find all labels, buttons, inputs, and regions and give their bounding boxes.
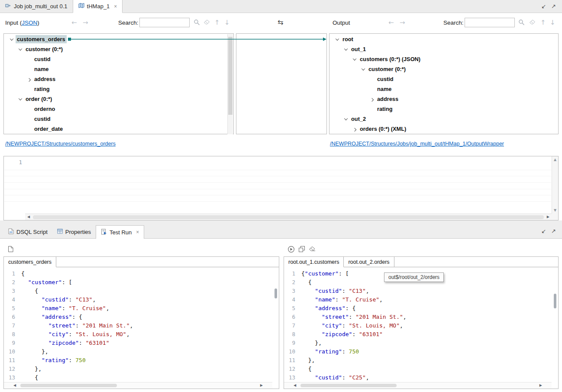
output-search-field[interactable]: [465, 18, 515, 27]
code-line-3: 3 {: [4, 287, 272, 295]
tree-item-order-0[interactable]: order (0:*): [4, 94, 227, 104]
scroll-left-icon[interactable]: ◀: [13, 383, 16, 387]
code-line-5: 5 "address": {: [284, 304, 552, 313]
forward-icon[interactable]: →: [83, 19, 88, 26]
tree-item-name[interactable]: name: [4, 64, 227, 74]
tree-item-orderno[interactable]: orderno: [4, 104, 227, 114]
tab-properties[interactable]: Properties: [52, 225, 96, 238]
minimize-view-icon[interactable]: ↙: [541, 228, 546, 234]
tree-item-rating[interactable]: rating: [4, 84, 227, 94]
input-tree-scrollbar[interactable]: [227, 34, 233, 134]
tree-item-custid[interactable]: custid: [4, 54, 227, 64]
chevron-down-icon[interactable]: [17, 46, 23, 52]
tree-item-rating[interactable]: rating: [330, 104, 552, 114]
input-format-link[interactable]: JSON: [22, 19, 37, 26]
previous-match-icon[interactable]: ↑: [214, 19, 220, 26]
scroll-right-icon[interactable]: ▶: [547, 215, 549, 219]
close-icon[interactable]: ×: [114, 3, 117, 10]
scrollbar-thumb[interactable]: [300, 384, 397, 387]
chevron-down-icon[interactable]: [352, 56, 358, 62]
scroll-left-icon[interactable]: ◀: [294, 383, 296, 387]
chevron-down-icon[interactable]: [360, 66, 366, 72]
chevron-down-icon[interactable]: [9, 36, 15, 42]
scroll-up-icon[interactable]: ▲: [552, 158, 558, 162]
close-icon[interactable]: ×: [136, 229, 139, 235]
code-text: "street": "201 Main St.",: [21, 321, 133, 330]
tree-item-customers-orders[interactable]: customers_orders: [4, 34, 227, 44]
tab-test-run[interactable]: Test Run ×: [96, 225, 144, 239]
tab-thmap[interactable]: tHMap_1 ×: [73, 0, 123, 13]
scroll-right-icon[interactable]: ▶: [539, 383, 542, 387]
tree-item-root[interactable]: root: [330, 34, 552, 44]
test-output-code[interactable]: 1{"customer": [2 {3 "custid": "C13",4 "n…: [284, 267, 552, 382]
tree-item-out-2[interactable]: out_2: [330, 114, 552, 124]
chevron-right-icon[interactable]: [369, 96, 375, 102]
tree-item-label: orderno: [33, 105, 56, 113]
chevron-right-icon[interactable]: [352, 126, 358, 132]
tree-item-customer-0[interactable]: customer (0:*): [4, 44, 227, 54]
new-document-icon[interactable]: [8, 246, 15, 253]
minimize-view-icon[interactable]: ↙: [541, 3, 546, 10]
code-text: },: [301, 356, 315, 365]
clear-search-icon[interactable]: [529, 19, 536, 26]
scrollbar-thumb[interactable]: [228, 37, 233, 115]
scrollbar-thumb[interactable]: [20, 384, 117, 387]
horizontal-scrollbar[interactable]: ◀ ▶: [4, 382, 272, 389]
tree-item-out-1[interactable]: out_1: [330, 44, 552, 54]
tab-output-customers[interactable]: root.out_1.customers: [284, 257, 344, 267]
scroll-right-icon[interactable]: ▶: [260, 383, 263, 387]
input-search-field[interactable]: [139, 18, 190, 27]
editor-vertical-scrollbar[interactable]: ▲ ▼: [552, 156, 558, 214]
tree-item-orders-0-xml[interactable]: orders (0:*) (XML): [330, 124, 552, 133]
output-structure-link[interactable]: /NEWPROJECT/Structures/Jobs/job_multi_ou…: [330, 141, 504, 147]
expression-editor[interactable]: 1 ▲ ▼ ◀ ▶: [3, 156, 559, 220]
swap-input-output-icon[interactable]: ⇆: [278, 18, 283, 26]
tab-dsql-script[interactable]: DSQL Script: [3, 225, 52, 238]
scrollbar-thumb[interactable]: [33, 215, 544, 219]
chevron-down-icon[interactable]: [343, 46, 349, 52]
chevron-right-icon[interactable]: [26, 76, 32, 82]
bottom-tab-bar: DSQL Script Properties Test Run × ↙ ↗: [0, 220, 562, 239]
chevron-down-icon[interactable]: [17, 96, 23, 102]
tree-item-custid[interactable]: custid: [330, 74, 552, 84]
horizontal-scrollbar[interactable]: ◀ ▶: [284, 382, 552, 389]
tree-item-order-date[interactable]: order_date: [4, 124, 227, 133]
editor-horizontal-scrollbar[interactable]: ◀ ▶: [25, 214, 552, 220]
vertical-scrollbar-thumb[interactable]: [275, 288, 277, 298]
tree-item-label: out_2: [350, 115, 367, 123]
test-input-code[interactable]: 1{2 "customer": [3 {4 "custid": "C13",5 …: [4, 267, 272, 382]
next-match-icon[interactable]: ↓: [550, 19, 556, 26]
vertical-scrollbar-thumb[interactable]: [554, 294, 556, 308]
tree-item-customers-0-json[interactable]: customers (0:*) (JSON): [330, 54, 552, 64]
chevron-down-icon[interactable]: [343, 116, 349, 122]
tree-item-address[interactable]: address: [330, 94, 552, 104]
tab-label: DSQL Script: [16, 229, 48, 235]
line-number: 12: [284, 365, 295, 373]
search-icon[interactable]: [194, 19, 200, 26]
clear-output-icon[interactable]: [309, 246, 316, 253]
forward-icon[interactable]: →: [400, 19, 405, 26]
tree-item-custid[interactable]: custid: [4, 114, 227, 124]
maximize-view-icon[interactable]: ↗: [551, 3, 556, 10]
tab-test-input-document[interactable]: customers_orders: [4, 257, 56, 267]
tab-output-orders[interactable]: root.out_2.orders: [344, 257, 394, 267]
tree-item-address[interactable]: address: [4, 74, 227, 84]
previous-match-icon[interactable]: ↑: [540, 19, 546, 26]
search-icon[interactable]: [518, 19, 525, 26]
tab-job[interactable]: Job job_multi_out 0.1: [0, 0, 73, 13]
tree-item-customer-0[interactable]: customer (0:*): [330, 64, 552, 74]
scroll-left-icon[interactable]: ◀: [27, 215, 30, 219]
next-match-icon[interactable]: ↓: [224, 19, 230, 26]
mapping-anchor[interactable]: [68, 38, 71, 41]
tree-item-name[interactable]: name: [330, 84, 552, 94]
back-icon[interactable]: ←: [71, 19, 77, 26]
duplicate-icon[interactable]: [298, 246, 306, 253]
chevron-down-icon[interactable]: [334, 36, 340, 42]
maximize-view-icon[interactable]: ↗: [551, 228, 556, 234]
back-icon[interactable]: ←: [388, 19, 394, 26]
run-test-icon[interactable]: [287, 246, 295, 253]
clear-search-icon[interactable]: [203, 19, 210, 26]
scroll-down-icon[interactable]: ▼: [552, 208, 558, 212]
input-structure-link[interactable]: /NEWPROJECT/Structures/customers_orders: [5, 141, 116, 147]
transformation-panel[interactable]: [236, 33, 327, 134]
